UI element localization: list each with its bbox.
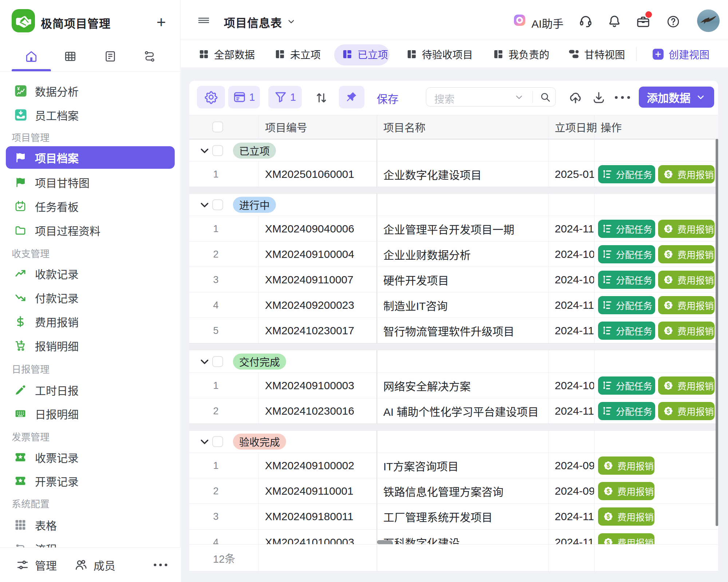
svg-text:¥: ¥ <box>17 86 20 91</box>
